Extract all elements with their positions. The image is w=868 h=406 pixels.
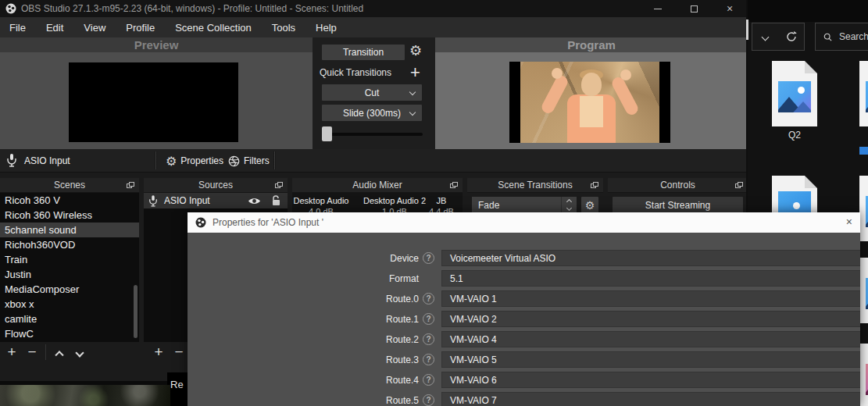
field-label: Device	[390, 253, 419, 264]
refresh-button[interactable]	[778, 23, 804, 50]
file-item-clipped[interactable]	[859, 176, 868, 257]
scene-list-item[interactable]: Richoh360VOD	[0, 237, 139, 252]
help-icon[interactable]: ?	[423, 293, 434, 304]
remove-scene-button[interactable]: −	[22, 344, 42, 361]
search-box[interactable]: Search	[815, 23, 868, 51]
toolbar-grip[interactable]	[273, 151, 276, 169]
dialog-title-bar[interactable]: Properties for 'ASIO Input ' ×	[188, 212, 860, 233]
help-icon[interactable]: ?	[423, 354, 434, 365]
window-title: OBS Studio 27.1.3-m95-2.23 (64-bit, wind…	[21, 3, 363, 14]
scene-list-item[interactable]: MediaComposer	[0, 282, 139, 297]
menu-view[interactable]: View	[84, 22, 105, 34]
popout-dock-icon[interactable]	[127, 182, 134, 189]
scenes-dock-header[interactable]: Scenes	[0, 178, 139, 193]
menu-help[interactable]: Help	[316, 22, 337, 34]
file-item-clipped[interactable]	[859, 344, 868, 406]
sources-dock-header[interactable]: Sources	[144, 178, 288, 193]
remove-source-button[interactable]: −	[169, 344, 189, 361]
move-scene-down-button[interactable]	[70, 345, 90, 359]
quick-transitions-label: Quick Transitions	[320, 67, 391, 78]
route2-select[interactable]: VM-VAIO 4	[441, 331, 860, 347]
field-row-route1: Route.1? VM-VAIO 2	[188, 311, 860, 327]
scene-list-item[interactable]: FlowC	[0, 326, 139, 341]
scene-list-item[interactable]: xbox x	[0, 297, 139, 312]
scene-list-item[interactable]: Train	[0, 252, 139, 267]
help-icon[interactable]: ?	[423, 252, 434, 264]
add-quick-transition-icon[interactable]: +	[410, 66, 420, 80]
menu-scene-collection[interactable]: Scene Collection	[175, 22, 252, 34]
title-bar[interactable]: OBS Studio 27.1.3-m95-2.23 (64-bit, wind…	[0, 0, 748, 17]
add-scene-button[interactable]: +	[2, 344, 22, 361]
chevron-down-icon	[762, 33, 770, 41]
add-source-button[interactable]: +	[148, 344, 169, 361]
transition-select[interactable]: Fade	[472, 197, 577, 213]
chevron-down-icon	[566, 205, 572, 211]
menu-edit[interactable]: Edit	[46, 22, 63, 34]
start-streaming-button[interactable]: Start Streaming	[613, 197, 743, 213]
background-window-text: Re	[170, 379, 184, 390]
properties-button[interactable]: ⚙ Properties	[166, 152, 223, 169]
scene-list-item[interactable]: Ricoh 360 V	[0, 193, 139, 208]
lock-open-icon[interactable]	[271, 195, 281, 206]
scene-list-item-selected[interactable]: 5channel sound	[0, 223, 139, 237]
file-item-clipped[interactable]	[859, 61, 868, 142]
maximize-icon	[691, 5, 698, 12]
scene-transitions-header[interactable]: Scene Transitions	[467, 178, 603, 193]
field-label: Route.4	[386, 375, 419, 386]
background-photo	[0, 385, 170, 406]
help-icon[interactable]: ?	[423, 333, 434, 345]
audio-mixer-header[interactable]: Audio Mixer	[292, 178, 463, 193]
route1-select[interactable]: VM-VAIO 2	[441, 311, 860, 327]
transition-duration-track[interactable]	[323, 133, 423, 136]
help-icon[interactable]: ?	[423, 394, 434, 406]
maximize-button[interactable]	[676, 0, 712, 17]
panel-divider-handle[interactable]	[746, 20, 748, 40]
field-label: Format	[389, 273, 419, 284]
gear-icon: ⚙	[166, 154, 177, 169]
minimize-button[interactable]	[640, 0, 676, 17]
file-item-q2[interactable]: Q2	[772, 61, 817, 142]
transition-button[interactable]: Transition	[322, 45, 405, 60]
route0-select[interactable]: VM-VAIO 1	[441, 290, 860, 307]
quick-transition-slide-dropdown[interactable]: Slide (300ms)	[322, 105, 422, 121]
transition-properties-button[interactable]: ⚙	[581, 197, 598, 213]
transition-settings-gear-icon[interactable]: ⚙	[409, 42, 422, 59]
help-icon[interactable]: ?	[423, 313, 434, 325]
scene-list-item[interactable]: Justin	[0, 267, 139, 282]
controls-title: Controls	[660, 180, 695, 191]
route4-select[interactable]: VM-VAIO 6	[441, 372, 860, 388]
route5-select[interactable]: VM-VAIO 7	[441, 392, 860, 406]
visibility-eye-icon[interactable]	[248, 197, 261, 205]
format-select[interactable]: 5.1	[441, 270, 860, 287]
menu-profile[interactable]: Profile	[126, 22, 155, 34]
dropdown-button[interactable]	[752, 23, 778, 50]
source-row-asio-input[interactable]: ASIO Input	[144, 193, 288, 208]
transition-duration-handle[interactable]	[322, 126, 332, 141]
file-item-clipped[interactable]	[859, 258, 868, 339]
close-button[interactable]: ×	[712, 0, 748, 17]
popout-dock-icon[interactable]	[735, 182, 743, 189]
toolbar-grip[interactable]	[155, 151, 157, 169]
filters-button[interactable]: Filters	[228, 152, 270, 169]
scenes-scrollbar[interactable]	[134, 285, 138, 338]
sources-dock-title: Sources	[198, 180, 233, 191]
scene-list-item[interactable]: Ricoh 360 Wireless	[0, 208, 139, 223]
close-icon: ×	[727, 3, 733, 14]
controls-header[interactable]: Controls	[608, 178, 748, 193]
quick-transition-cut-dropdown[interactable]: Cut	[322, 84, 422, 101]
device-select[interactable]: Voicemeeter Virtual ASIO	[441, 250, 860, 266]
menu-file[interactable]: File	[9, 22, 26, 34]
spinner-icons[interactable]	[561, 197, 577, 213]
menu-tools[interactable]: Tools	[272, 22, 295, 34]
field-value: VM-VAIO 1	[450, 294, 497, 304]
preview-video[interactable]	[69, 62, 238, 142]
popout-dock-icon[interactable]	[591, 182, 598, 189]
popout-dock-icon[interactable]	[275, 182, 283, 189]
move-scene-up-button[interactable]	[49, 345, 70, 359]
scene-list-item[interactable]: camlite	[0, 312, 139, 326]
program-video[interactable]	[509, 62, 670, 143]
help-icon[interactable]: ?	[423, 374, 434, 386]
dialog-close-icon[interactable]: ×	[846, 215, 852, 228]
popout-dock-icon[interactable]	[450, 182, 458, 189]
route3-select[interactable]: VM-VAIO 5	[441, 351, 860, 368]
